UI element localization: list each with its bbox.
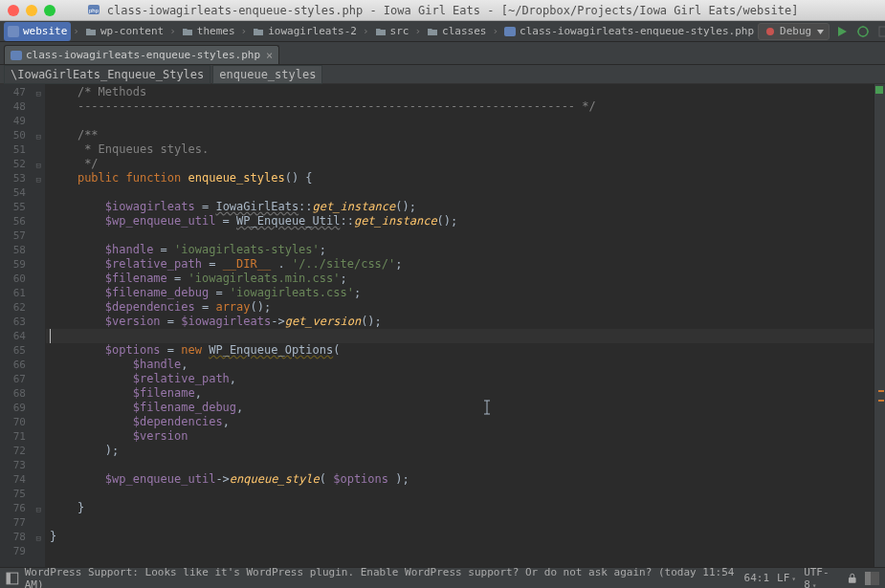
file-encoding[interactable]: UTF-8▾ bbox=[804, 566, 840, 589]
run-toolbar bbox=[835, 25, 885, 38]
line-separator[interactable]: LF▾ bbox=[777, 572, 796, 584]
status-right: 64:1 LF▾ UTF-8▾ bbox=[744, 566, 879, 589]
code-text: $wp_enqueue_util bbox=[105, 472, 216, 486]
folder-icon bbox=[253, 26, 264, 37]
chevron-right-icon: › bbox=[169, 25, 176, 37]
crumb-label: class-iowagirleats-enqueue-styles.php bbox=[520, 25, 754, 37]
tool-window-toggle-icon[interactable] bbox=[6, 572, 19, 585]
code-text: $filename bbox=[105, 272, 167, 285]
run-config-label: Debug bbox=[780, 25, 811, 37]
code-text: () { bbox=[285, 171, 313, 185]
navigation-bar: website › wp-content › themes › iowagirl… bbox=[0, 21, 885, 42]
svg-point-5 bbox=[858, 27, 868, 36]
status-message[interactable]: WordPress Support: Looks like it's WordP… bbox=[25, 566, 744, 589]
code-text: 'iowagirleats.min.css' bbox=[188, 272, 341, 285]
window-title: php class-iowagirleats-enqueue-styles.ph… bbox=[0, 3, 885, 17]
code-text: get_instance bbox=[313, 200, 396, 213]
crumb-label: iowagirleats-2 bbox=[268, 25, 357, 37]
status-bar: WordPress Support: Looks like it's WordP… bbox=[0, 567, 885, 588]
code-text: '/../site/css/' bbox=[292, 257, 395, 271]
zoom-window-button[interactable] bbox=[44, 5, 55, 16]
project-icon bbox=[8, 26, 19, 37]
svg-point-4 bbox=[766, 28, 774, 35]
php-file-icon bbox=[11, 50, 22, 61]
window-controls bbox=[8, 5, 55, 16]
code-text: get_version bbox=[285, 315, 361, 328]
code-text: $options bbox=[105, 343, 161, 357]
code-text: array bbox=[215, 300, 250, 314]
code-area[interactable]: /* Methods -----------------------------… bbox=[46, 84, 874, 567]
analysis-ok-icon bbox=[875, 86, 883, 94]
code-text: $dependencies bbox=[133, 415, 223, 428]
svg-rect-0 bbox=[88, 5, 100, 14]
lock-icon[interactable] bbox=[848, 573, 857, 584]
breadcrumb-item[interactable]: iowagirleats-2 bbox=[249, 22, 361, 41]
chevron-right-icon: › bbox=[492, 25, 498, 37]
warning-marker[interactable] bbox=[878, 390, 884, 392]
code-text: new bbox=[181, 343, 202, 357]
svg-rect-12 bbox=[849, 577, 856, 583]
svg-rect-9 bbox=[11, 51, 22, 60]
code-text: WP_Enqueue_Util bbox=[236, 214, 340, 228]
svg-rect-6 bbox=[879, 27, 885, 36]
close-window-button[interactable] bbox=[8, 5, 19, 16]
code-text: $handle bbox=[133, 358, 182, 371]
code-text: $handle bbox=[105, 243, 154, 256]
svg-rect-11 bbox=[7, 573, 11, 584]
code-text: $relative_path bbox=[133, 372, 230, 385]
code-text: /** bbox=[77, 128, 99, 142]
code-text: $filename_debug bbox=[133, 401, 236, 414]
crumb-label: classes bbox=[442, 25, 486, 37]
php-file-icon: php bbox=[87, 3, 100, 16]
code-text: WP_Enqueue_Options bbox=[209, 343, 333, 357]
code-text: get_instance bbox=[354, 214, 437, 228]
code-text: $version bbox=[133, 429, 188, 443]
chevron-right-icon: › bbox=[73, 25, 79, 37]
code-text: __DIR__ bbox=[223, 257, 272, 271]
code-text: $wp_enqueue_util bbox=[105, 214, 216, 228]
close-tab-icon[interactable]: × bbox=[266, 50, 273, 61]
breadcrumb-item[interactable]: classes bbox=[423, 22, 490, 41]
current-line bbox=[46, 329, 874, 343]
folder-icon bbox=[182, 26, 193, 37]
crumb-label: src bbox=[390, 25, 409, 37]
symbol-breadcrumb: \IowaGirlEats_Enqueue_Styles enqueue_sty… bbox=[0, 65, 885, 84]
crumb-label: website bbox=[23, 25, 67, 37]
chevron-right-icon: › bbox=[414, 25, 421, 37]
code-text: enqueue_style bbox=[230, 472, 320, 486]
code-text: ----------------------------------------… bbox=[77, 99, 596, 113]
svg-rect-2 bbox=[8, 26, 19, 37]
breadcrumb-item[interactable]: wp-content bbox=[81, 22, 167, 41]
memory-indicator[interactable] bbox=[865, 572, 879, 585]
code-text: $iowagirleats bbox=[181, 315, 271, 328]
breadcrumb-file[interactable]: class-iowagirleats-enqueue-styles.php bbox=[500, 22, 758, 41]
line-number-gutter[interactable]: 47⊟ 48 49 50⊟ 51 52⊟ 53⊟ 54 55 56 57 58 … bbox=[0, 84, 46, 567]
breadcrumb-item[interactable]: src bbox=[371, 22, 413, 41]
warning-marker[interactable] bbox=[878, 400, 884, 402]
run-config-selector[interactable]: Debug bbox=[758, 23, 830, 40]
code-text: */ bbox=[77, 157, 99, 170]
editor-tab-bar: class-iowagirleats-enqueue-styles.php × bbox=[0, 42, 885, 65]
title-bar: php class-iowagirleats-enqueue-styles.ph… bbox=[0, 0, 885, 21]
code-text: $dependencies bbox=[105, 300, 195, 314]
minimize-window-button[interactable] bbox=[26, 5, 37, 16]
code-text: $filename bbox=[133, 386, 195, 400]
chevron-down-icon: ▾ bbox=[791, 575, 796, 583]
folder-icon bbox=[375, 26, 387, 37]
breadcrumb-item[interactable]: themes bbox=[178, 22, 239, 41]
debug-icon[interactable] bbox=[856, 25, 870, 38]
code-text: 'iowagirleats.css' bbox=[230, 286, 354, 299]
code-text: $iowagirleats bbox=[105, 200, 195, 213]
cursor-position[interactable]: 64:1 bbox=[744, 572, 770, 584]
method-crumb[interactable]: enqueue_styles bbox=[212, 65, 322, 84]
project-root-crumb[interactable]: website bbox=[4, 22, 71, 41]
error-stripe[interactable] bbox=[874, 84, 885, 567]
code-text: enqueue_styles bbox=[188, 171, 285, 185]
run-icon[interactable] bbox=[835, 25, 849, 38]
editor-tab[interactable]: class-iowagirleats-enqueue-styles.php × bbox=[4, 45, 279, 64]
svg-text:php: php bbox=[89, 8, 100, 13]
editor-area: 47⊟ 48 49 50⊟ 51 52⊟ 53⊟ 54 55 56 57 58 … bbox=[0, 84, 885, 567]
coverage-icon[interactable] bbox=[877, 25, 885, 38]
class-crumb[interactable]: \IowaGirlEats_Enqueue_Styles bbox=[4, 65, 210, 84]
code-text: 'iowagirleats-styles' bbox=[174, 243, 320, 256]
